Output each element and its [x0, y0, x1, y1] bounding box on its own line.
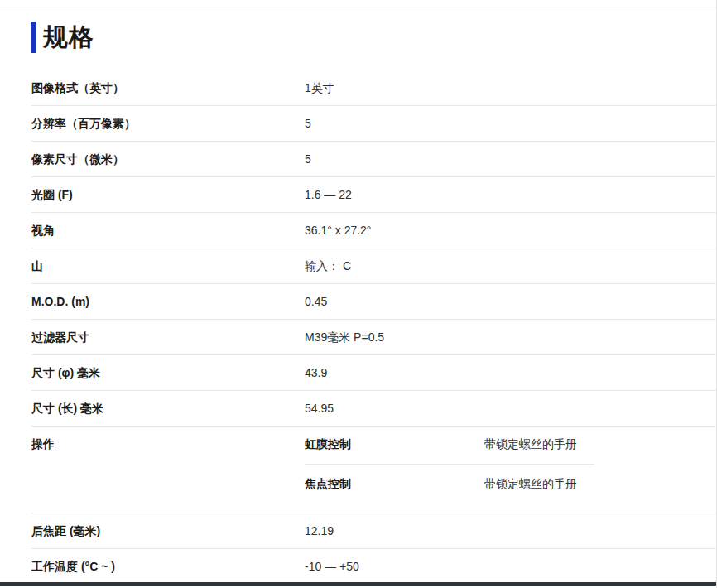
spec-row: 过滤器尺寸M39毫米 P=0.5 [31, 320, 717, 355]
spec-row-label: 图像格式（英寸） [31, 82, 305, 94]
spec-row: 分辨率（百万像素）5 [31, 106, 717, 142]
spec-row-value: 43.9 [305, 367, 327, 379]
spec-row: 操作虹膜控制带锁定螺丝的手册焦点控制带锁定螺丝的手册 [31, 427, 717, 513]
spec-row-label: 像素尺寸（微米） [31, 153, 305, 166]
spec-row-value: 1.6 — 22 [305, 189, 352, 201]
spec-subrow-label: 虹膜控制 [305, 438, 484, 451]
spec-row: 后焦距 (毫米)12.19 [31, 513, 717, 549]
spec-row: 工作温度 (°C ~ )-10 — +50 [31, 549, 717, 584]
spec-subtable: 虹膜控制带锁定螺丝的手册焦点控制带锁定螺丝的手册 [305, 438, 717, 513]
spec-row: 尺寸 (φ) 毫米43.9 [31, 355, 717, 391]
spec-row-label: 操作 [31, 438, 305, 451]
spec-row: 视角36.1° x 27.2° [31, 213, 717, 248]
spec-row-value: 0.45 [305, 296, 327, 308]
spec-row-value: 5 [305, 153, 311, 166]
page-title: 规格 [43, 21, 94, 54]
spec-subrow-value: 带锁定螺丝的手册 [484, 478, 577, 490]
spec-row-value: 5 [305, 118, 311, 130]
spec-row-label: 过滤器尺寸 [31, 331, 305, 344]
spec-row-label: 尺寸 (φ) 毫米 [31, 367, 305, 379]
section-header: 规格 [31, 21, 716, 54]
spec-row-value: 1英寸 [305, 82, 334, 94]
spec-row-label: M.O.D. (m) [31, 296, 305, 308]
spec-subrow: 焦点控制带锁定螺丝的手册 [305, 464, 594, 513]
spec-row: M.O.D. (m)0.45 [31, 284, 717, 320]
spec-row-value: M39毫米 P=0.5 [305, 331, 384, 344]
spec-row-label: 山 [31, 260, 305, 272]
spec-row-value: 36.1° x 27.2° [305, 224, 371, 237]
top-divider-line [0, 7, 716, 7]
bottom-dark-bar [0, 582, 716, 586]
spec-row-value: 输入： C [305, 260, 351, 272]
spec-row-value: 54.95 [305, 402, 334, 415]
spec-row: 尺寸 (长) 毫米54.95 [31, 391, 717, 427]
spec-row-label: 分辨率（百万像素） [31, 118, 305, 130]
spec-row-label: 后焦距 (毫米) [31, 525, 305, 537]
spec-row-label: 尺寸 (长) 毫米 [31, 402, 305, 415]
spec-table: 图像格式（英寸）1英寸分辨率（百万像素）5像素尺寸（微米）5光圈 (F)1.6 … [31, 70, 717, 584]
spec-row-label: 工作温度 (°C ~ ) [31, 561, 305, 573]
spec-row-value: -10 — +50 [305, 561, 359, 573]
spec-subrow-value: 带锁定螺丝的手册 [484, 438, 577, 451]
spec-row-label: 视角 [31, 224, 305, 237]
spec-row: 山输入： C [31, 248, 717, 284]
spec-subrow: 虹膜控制带锁定螺丝的手册 [305, 438, 594, 464]
spec-row: 像素尺寸（微米）5 [31, 142, 717, 177]
spec-row-value: 12.19 [305, 525, 334, 537]
spec-row: 图像格式（英寸）1英寸 [31, 70, 717, 106]
title-accent-bar [31, 22, 36, 53]
spec-subrow-label: 焦点控制 [305, 478, 484, 490]
spec-row-label: 光圈 (F) [31, 189, 305, 201]
spec-row: 光圈 (F)1.6 — 22 [31, 177, 717, 213]
